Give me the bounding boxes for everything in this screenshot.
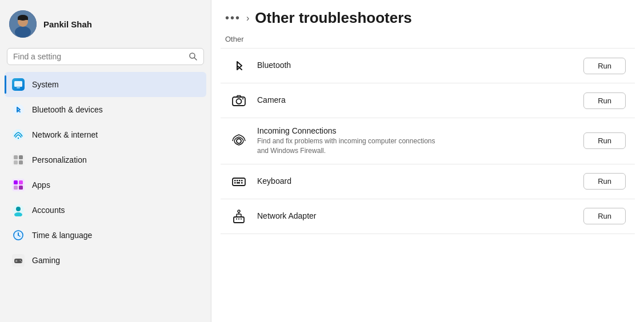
svg-rect-42 (237, 180, 238, 182)
svg-rect-49 (236, 218, 237, 219)
svg-rect-18 (12, 179, 25, 191)
svg-rect-21 (14, 186, 18, 190)
svg-rect-44 (241, 180, 243, 182)
svg-rect-20 (19, 180, 23, 184)
svg-rect-47 (241, 182, 243, 184)
svg-point-35 (21, 261, 22, 262)
time-icon (11, 228, 25, 242)
search-box[interactable] (7, 48, 204, 65)
svg-rect-13 (12, 154, 25, 166)
svg-rect-14 (14, 155, 18, 159)
section-label: Other (211, 33, 644, 48)
list-item: Network Adapter Run (221, 199, 635, 234)
keyboard-item-icon (230, 172, 248, 191)
sidebar-item-personalization-label: Personalization (32, 155, 87, 164)
svg-rect-48 (234, 217, 244, 223)
svg-rect-45 (234, 182, 236, 184)
network-icon (11, 128, 25, 142)
sidebar-item-apps-label: Apps (32, 180, 50, 190)
svg-rect-43 (239, 180, 241, 182)
sidebar-item-gaming[interactable]: Gaming (5, 248, 206, 273)
sidebar-item-accounts[interactable]: Accounts (5, 198, 206, 223)
svg-rect-17 (19, 160, 23, 164)
network-adapter-item-title: Network Adapter (257, 211, 574, 220)
page-title: Other troubleshooters (255, 9, 411, 27)
incoming-item-icon (230, 132, 248, 150)
sidebar-item-system-label: System (32, 80, 59, 89)
svg-rect-8 (14, 81, 22, 87)
svg-rect-46 (237, 182, 240, 184)
svg-point-37 (237, 99, 242, 104)
incoming-run-button[interactable]: Run (583, 132, 626, 149)
bluetooth-item-title: Bluetooth (257, 61, 574, 70)
sidebar-item-system[interactable]: System (5, 72, 206, 97)
svg-line-6 (194, 58, 197, 60)
list-item: Incoming Connections Find and fix proble… (221, 118, 635, 164)
network-adapter-run-button[interactable]: Run (583, 208, 626, 224)
camera-item-title: Camera (257, 95, 574, 104)
incoming-item-desc: Find and fix problems with incoming comp… (257, 136, 574, 156)
list-item: Camera Run (221, 83, 635, 118)
avatar (9, 10, 37, 38)
main-content: ••• › Other troubleshooters Other Blueto… (211, 0, 644, 322)
bluetooth-item-info: Bluetooth (257, 61, 574, 71)
sidebar-item-personalization[interactable]: Personalization (5, 147, 206, 172)
nav-list: System Bluetooth & devices N (0, 70, 211, 322)
incoming-item-title: Incoming Connections (257, 126, 574, 135)
sidebar-item-apps[interactable]: Apps (5, 172, 206, 198)
svg-rect-50 (238, 218, 239, 219)
sidebar-item-bluetooth-label: Bluetooth & devices (32, 105, 103, 114)
breadcrumb-dots: ••• (225, 11, 241, 25)
keyboard-run-button[interactable]: Run (583, 173, 626, 190)
svg-point-56 (238, 210, 240, 212)
network-adapter-item-icon (230, 207, 248, 226)
sidebar-item-network-label: Network & internet (32, 130, 98, 139)
keyboard-item-info: Keyboard (257, 176, 574, 187)
gaming-icon (11, 253, 25, 267)
svg-rect-19 (14, 180, 18, 184)
list-item: Keyboard Run (221, 164, 635, 199)
svg-rect-16 (14, 160, 18, 164)
svg-rect-9 (17, 87, 20, 88)
svg-rect-15 (19, 155, 23, 159)
sidebar-item-time-label: Time & language (32, 231, 92, 240)
apps-icon (11, 178, 25, 192)
system-icon (11, 78, 25, 91)
bluetooth-nav-icon (11, 103, 25, 116)
personalization-icon (11, 153, 25, 167)
svg-rect-40 (233, 178, 245, 186)
camera-run-button[interactable]: Run (583, 92, 626, 109)
accounts-icon (11, 203, 25, 217)
page-header: ••• › Other troubleshooters (211, 0, 644, 33)
sidebar-item-bluetooth[interactable]: Bluetooth & devices (5, 97, 206, 122)
svg-rect-41 (234, 180, 236, 182)
sidebar-item-time[interactable]: Time & language (5, 223, 206, 248)
svg-rect-4 (18, 18, 28, 20)
bluetooth-item-icon (230, 57, 248, 75)
bluetooth-run-button[interactable]: Run (583, 58, 626, 74)
svg-rect-22 (19, 186, 23, 190)
camera-item-icon (230, 91, 248, 110)
svg-rect-33 (15, 261, 18, 262)
svg-rect-51 (241, 218, 242, 219)
incoming-item-info: Incoming Connections Find and fix proble… (257, 126, 574, 156)
sidebar-item-gaming-label: Gaming (32, 256, 60, 265)
sidebar: Pankil Shah System (0, 0, 211, 322)
search-icon (189, 52, 198, 61)
sidebar-item-accounts-label: Accounts (32, 206, 65, 215)
svg-point-10 (13, 104, 24, 115)
breadcrumb-arrow: › (246, 13, 249, 23)
list-item: Bluetooth Run (221, 48, 635, 83)
svg-point-12 (18, 138, 19, 139)
camera-item-info: Camera (257, 95, 574, 106)
user-profile: Pankil Shah (0, 0, 211, 46)
svg-point-38 (242, 98, 243, 99)
troubleshooter-list: Bluetooth Run Camera Run (211, 48, 644, 322)
svg-point-39 (237, 139, 241, 143)
sidebar-item-network[interactable]: Network & internet (5, 122, 206, 147)
svg-point-24 (16, 207, 21, 211)
svg-point-34 (20, 260, 21, 261)
user-name: Pankil Shah (43, 19, 92, 29)
search-input[interactable] (13, 52, 184, 61)
svg-point-1 (15, 26, 31, 38)
